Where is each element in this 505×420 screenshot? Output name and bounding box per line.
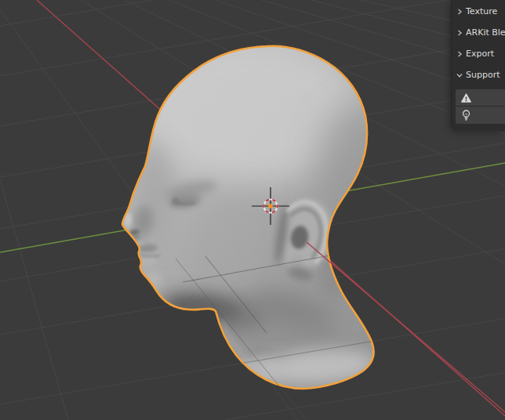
panel-header-texture[interactable]: Texture xyxy=(452,1,505,22)
head-object[interactable] xyxy=(122,35,400,389)
chevron-down-icon xyxy=(456,71,463,79)
viewport-canvas[interactable] xyxy=(0,0,505,420)
3d-viewport[interactable] xyxy=(0,0,505,420)
support-buttons xyxy=(456,89,505,124)
warning-icon xyxy=(461,93,471,103)
report-issue-button[interactable] xyxy=(456,89,505,107)
hint-button[interactable] xyxy=(456,107,505,124)
chevron-right-icon xyxy=(456,50,463,58)
panel-label: Export xyxy=(466,49,494,59)
chevron-right-icon xyxy=(456,8,463,16)
panel-label: ARKit Blen xyxy=(466,27,505,38)
panel-label: Support xyxy=(466,70,500,80)
panel-label: Texture xyxy=(466,6,497,16)
sidebar: Texture ARKit Blen Export Support xyxy=(451,0,505,131)
bulb-icon xyxy=(461,110,471,121)
panel-header-support[interactable]: Support xyxy=(452,64,505,85)
chevron-right-icon xyxy=(456,29,463,37)
panel-header-export[interactable]: Export xyxy=(452,43,505,64)
panel-header-arkit[interactable]: ARKit Blen xyxy=(452,22,505,43)
origin-dot xyxy=(268,204,273,208)
